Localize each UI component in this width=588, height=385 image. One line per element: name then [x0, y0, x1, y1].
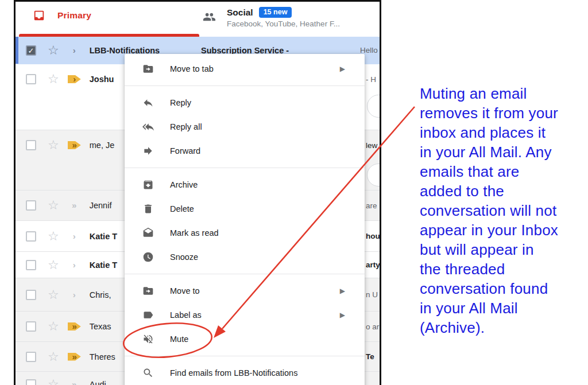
search-icon — [142, 367, 154, 379]
attachment-chip[interactable] — [367, 164, 381, 186]
menu-group: Find emails from LBB-Notifications — [125, 356, 365, 385]
menu-item-label: Find emails from LBB-Notifications — [170, 368, 297, 378]
sender-name: Jennif — [90, 201, 112, 210]
mark-read-icon — [142, 227, 154, 239]
row-checkbox[interactable] — [26, 352, 36, 362]
reply-icon — [142, 97, 154, 108]
inbox-tab-bar: Primary Social 15 new Facebook, YouTube,… — [16, 2, 380, 37]
row-checkbox[interactable] — [26, 290, 36, 300]
email-snippet-fragment: o ar — [366, 322, 379, 331]
menu-group: Move to tab▶ — [125, 57, 365, 85]
screenshot-figure: Primary Social 15 new Facebook, YouTube,… — [0, 0, 588, 385]
menu-group: ArchiveDeleteMark as readSnooze — [125, 168, 365, 274]
email-snippet-fragment: hou — [366, 232, 380, 240]
star-icon[interactable]: ☆ — [48, 45, 59, 56]
row-checkbox[interactable] — [26, 140, 36, 150]
row-checkbox[interactable] — [26, 379, 36, 385]
menu-item-mute[interactable]: Mute — [125, 327, 365, 351]
star-icon[interactable]: ☆ — [48, 259, 59, 271]
menu-group: Move to▶Label as▶Mute — [125, 274, 365, 356]
menu-item-label: Move to — [170, 286, 200, 295]
email-context-menu: Move to tab▶ReplyReply allForwardArchive… — [125, 54, 365, 385]
sender-name: Audi — [90, 380, 106, 385]
star-icon[interactable]: ☆ — [48, 73, 59, 85]
menu-item-find-emails-from-lbb-notifications[interactable]: Find emails from LBB-Notifications — [125, 361, 365, 385]
importance-marker-icon[interactable]: › — [68, 46, 81, 55]
reply-all-icon — [142, 121, 154, 133]
menu-item-label: Snooze — [170, 252, 198, 262]
star-icon[interactable]: ☆ — [48, 289, 59, 301]
tab-primary-label: Primary — [57, 10, 91, 21]
star-icon[interactable]: ☆ — [48, 139, 59, 151]
menu-item-label: Mark as read — [170, 228, 219, 238]
sender-name: me, Je — [90, 141, 115, 150]
row-checkbox[interactable] — [26, 321, 36, 332]
row-checkbox[interactable] — [26, 260, 36, 270]
star-icon[interactable]: ☆ — [48, 231, 59, 242]
email-snippet-fragment: - H — [366, 75, 376, 84]
importance-marker-icon[interactable]: » — [68, 353, 81, 361]
submenu-arrow-icon: ▶ — [340, 287, 345, 295]
star-icon[interactable]: ☆ — [48, 379, 59, 385]
delete-icon — [142, 203, 154, 215]
menu-item-mark-as-read[interactable]: Mark as read — [125, 221, 365, 245]
row-checkbox[interactable] — [26, 200, 36, 211]
email-snippet: Hello — [360, 46, 378, 55]
menu-item-reply[interactable]: Reply — [125, 91, 365, 115]
importance-marker-icon[interactable]: › — [68, 291, 81, 299]
menu-item-move-to[interactable]: Move to▶ — [125, 279, 365, 303]
row-checkbox[interactable]: ✓ — [26, 45, 36, 56]
menu-item-delete[interactable]: Delete — [125, 197, 365, 221]
star-icon[interactable]: ☆ — [48, 351, 59, 363]
menu-item-label: Label as — [170, 310, 202, 320]
folder-move-icon — [142, 63, 154, 75]
people-icon — [203, 10, 216, 24]
tab-social-label: Social — [227, 7, 253, 18]
tab-social[interactable]: Social 15 new Facebook, YouTube, Heather… — [203, 7, 340, 28]
importance-marker-icon[interactable]: » — [68, 322, 81, 330]
star-icon[interactable]: ☆ — [48, 321, 59, 332]
new-count-badge: 15 new — [259, 7, 292, 18]
importance-marker-icon[interactable]: » — [68, 201, 81, 209]
menu-item-reply-all[interactable]: Reply all — [125, 115, 365, 139]
row-checkbox[interactable] — [26, 231, 36, 242]
sender-name: Katie T — [90, 260, 117, 270]
importance-marker-icon[interactable]: » — [68, 141, 81, 149]
attachment-chip[interactable] — [367, 95, 381, 118]
folder-move-icon — [142, 285, 154, 297]
submenu-arrow-icon: ▶ — [340, 311, 345, 319]
mute-icon — [142, 333, 154, 345]
sender-name: Katie T — [90, 232, 117, 241]
menu-item-label: Reply — [170, 98, 191, 107]
menu-item-label-as[interactable]: Label as▶ — [125, 303, 365, 327]
importance-marker-icon[interactable]: » — [68, 380, 81, 385]
email-snippet-fragment: are — [366, 201, 377, 210]
menu-item-label: Forward — [170, 146, 200, 155]
submenu-arrow-icon: ▶ — [340, 65, 345, 73]
importance-marker-icon[interactable]: › — [68, 261, 81, 269]
sender-name: Texas — [90, 322, 111, 331]
forward-icon — [142, 145, 154, 157]
tab-social-senders: Facebook, YouTube, Heather F... — [227, 20, 340, 28]
menu-item-label: Mute — [170, 335, 188, 344]
menu-item-snooze[interactable]: Snooze — [125, 245, 365, 269]
sender-name: Chris, — [90, 290, 111, 300]
star-icon[interactable]: ☆ — [48, 200, 59, 211]
menu-item-forward[interactable]: Forward — [125, 139, 365, 163]
importance-marker-icon[interactable]: › — [68, 232, 81, 240]
gmail-panel: Primary Social 15 new Facebook, YouTube,… — [14, 0, 381, 385]
menu-item-move-to-tab[interactable]: Move to tab▶ — [125, 57, 365, 81]
menu-item-label: Delete — [170, 204, 194, 213]
tab-primary[interactable]: Primary — [33, 9, 91, 22]
row-checkbox[interactable] — [26, 74, 36, 84]
sender-name: Theres — [90, 352, 115, 361]
menu-item-label: Archive — [170, 180, 198, 189]
menu-group: ReplyReply allForward — [125, 85, 365, 168]
annotation-text: Muting an email removes it from your inb… — [420, 84, 588, 337]
inbox-icon — [33, 9, 45, 22]
importance-marker-icon[interactable]: › — [68, 75, 81, 83]
menu-item-archive[interactable]: Archive — [125, 173, 365, 197]
email-snippet-fragment: n U — [366, 290, 378, 299]
email-snippet-fragment: lew — [366, 141, 377, 150]
sender-name: Joshu — [90, 75, 114, 84]
